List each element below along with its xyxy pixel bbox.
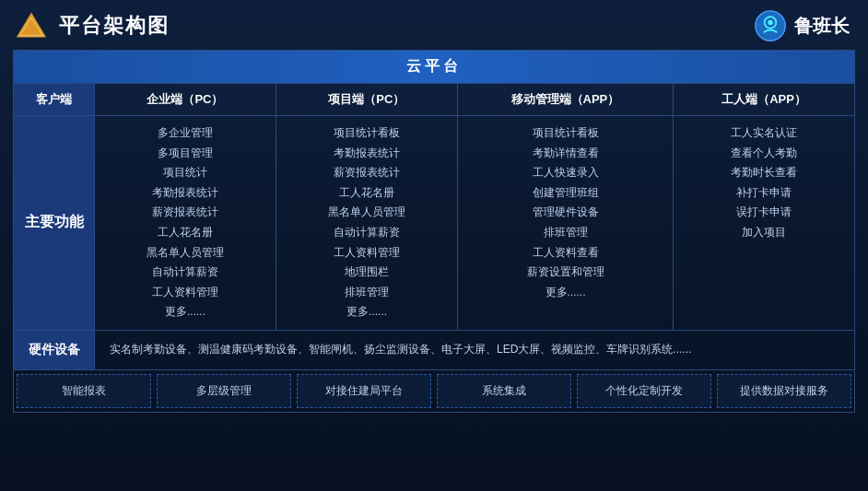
list-item: 管理硬件设备	[463, 203, 667, 223]
list-item: 薪资报表统计	[282, 163, 452, 183]
list-item: 排班管理	[282, 283, 452, 303]
header: 平台架构图 鲁班长	[0, 0, 868, 50]
list-item: 补打卡申请	[679, 183, 849, 204]
list-item: 工人花名册	[100, 223, 270, 243]
col-header-mobile: 移动管理端（APP）	[458, 84, 674, 115]
brand-logo: 鲁班长	[754, 9, 850, 42]
list-item: 加入项目	[679, 223, 849, 243]
col-header-project: 项目端（PC）	[276, 84, 458, 115]
main-table: 云平台 客户端 企业端（PC） 项目端（PC） 移动管理端（APP） 工人端（A…	[13, 50, 855, 413]
list-item: 自动计算薪资	[282, 223, 452, 243]
page-title: 平台架构图	[59, 12, 170, 40]
list-item: 地理围栏	[282, 263, 452, 283]
features-row: 智能报表 多层级管理 对接住建局平台 系统集成 个性化定制开发 提供数据对接服务	[14, 370, 854, 412]
feature-data-service: 提供数据对接服务	[717, 374, 851, 408]
list-item: 项目统计看板	[463, 123, 667, 144]
list-item: 考勤报表统计	[282, 144, 452, 164]
list-item: 多项目管理	[100, 144, 270, 164]
worker-features: 工人实名认证 查看个人考勤 考勤时长查看 补打卡申请 误打卡申请 加入项目	[674, 116, 854, 330]
list-item: 考勤时长查看	[679, 163, 849, 183]
list-item: 考勤报表统计	[100, 183, 270, 204]
list-item: 更多......	[282, 302, 452, 322]
list-item: 自动计算薪资	[100, 263, 270, 283]
feature-multi-level: 多层级管理	[157, 374, 291, 408]
col-header-enterprise: 企业端（PC）	[95, 84, 276, 115]
list-item: 工人花名册	[282, 183, 452, 204]
list-item: 考勤详情查看	[463, 144, 667, 164]
brand-name: 鲁班长	[794, 14, 850, 39]
list-item: 黑名单人员管理	[282, 203, 452, 223]
main-function-label: 主要功能	[14, 116, 95, 330]
column-headers: 客户端 企业端（PC） 项目端（PC） 移动管理端（APP） 工人端（APP）	[14, 84, 854, 116]
list-item: 工人实名认证	[679, 123, 849, 144]
app-container: 平台架构图 鲁班长 云平台 客户端 企业端（PC） 项目端（PC） 移动管理端（…	[0, 0, 868, 491]
list-item: 黑名单人员管理	[100, 243, 270, 263]
mobile-features: 项目统计看板 考勤详情查看 工人快速录入 创建管理班组 管理硬件设备 排班管理 …	[458, 116, 674, 330]
list-item: 工人快速录入	[463, 163, 667, 183]
list-item: 创建管理班组	[463, 183, 667, 204]
feature-custom-dev: 个性化定制开发	[577, 374, 711, 408]
list-item: 薪资报表统计	[100, 203, 270, 223]
list-item: 项目统计	[100, 163, 270, 183]
header-left: 平台架构图	[15, 9, 170, 42]
list-item: 工人资料查看	[463, 243, 667, 263]
list-item: 工人资料管理	[282, 243, 452, 263]
feature-gov-platform: 对接住建局平台	[297, 374, 431, 408]
list-item: 薪资设置和管理	[463, 263, 667, 283]
list-item: 工人资料管理	[100, 283, 270, 303]
list-item: 更多......	[463, 283, 667, 303]
cloud-platform-header: 云平台	[14, 51, 854, 84]
col-header-worker: 工人端（APP）	[674, 84, 854, 115]
logo-icon	[15, 9, 48, 42]
svg-point-2	[756, 11, 785, 41]
feature-system-integration: 系统集成	[437, 374, 571, 408]
list-item: 多企业管理	[100, 123, 270, 144]
list-item: 项目统计看板	[282, 123, 452, 144]
col-header-client: 客户端	[14, 84, 95, 115]
list-item: 误打卡申请	[679, 203, 849, 223]
main-function-row: 主要功能 多企业管理 多项目管理 项目统计 考勤报表统计 薪资报表统计 工人花名…	[14, 116, 854, 331]
list-item: 查看个人考勤	[679, 144, 849, 164]
hardware-row: 硬件设备 实名制考勤设备、测温健康码考勤设备、智能闸机、扬尘监测设备、电子大屏、…	[14, 331, 854, 370]
brand-icon	[754, 9, 787, 42]
list-item: 更多......	[100, 302, 270, 322]
feature-smart-report: 智能报表	[17, 374, 151, 408]
svg-point-4	[768, 20, 772, 25]
hardware-content: 实名制考勤设备、测温健康码考勤设备、智能闸机、扬尘监测设备、电子大屏、LED大屏…	[95, 331, 854, 369]
enterprise-features: 多企业管理 多项目管理 项目统计 考勤报表统计 薪资报表统计 工人花名册 黑名单…	[95, 116, 276, 330]
hardware-label: 硬件设备	[14, 331, 95, 369]
list-item: 排班管理	[463, 223, 667, 243]
project-features: 项目统计看板 考勤报表统计 薪资报表统计 工人花名册 黑名单人员管理 自动计算薪…	[276, 116, 458, 330]
